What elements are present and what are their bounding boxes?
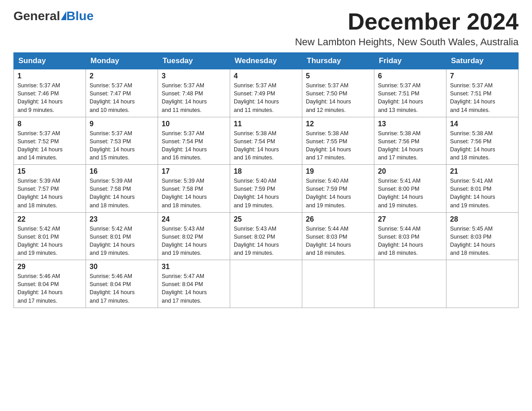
table-row: 8 Sunrise: 5:37 AM Sunset: 7:52 PM Dayli… (14, 117, 86, 165)
table-row: 10 Sunrise: 5:37 AM Sunset: 7:54 PM Dayl… (158, 117, 230, 165)
header-thursday: Thursday (302, 53, 374, 69)
table-row (230, 260, 302, 308)
table-row: 2 Sunrise: 5:37 AM Sunset: 7:47 PM Dayli… (86, 69, 158, 117)
table-row (302, 260, 374, 308)
page-header: General Blue December 2024 New Lambton H… (13, 9, 519, 48)
day-number: 15 (17, 167, 82, 176)
day-info: Sunrise: 5:37 AM Sunset: 7:54 PM Dayligh… (162, 129, 226, 162)
logo: General Blue (13, 9, 94, 23)
header-wednesday: Wednesday (230, 53, 302, 69)
day-number: 21 (450, 167, 515, 176)
header-sunday: Sunday (14, 53, 86, 69)
day-info: Sunrise: 5:37 AM Sunset: 7:53 PM Dayligh… (90, 129, 154, 162)
day-info: Sunrise: 5:43 AM Sunset: 8:02 PM Dayligh… (162, 225, 226, 257)
table-row: 6 Sunrise: 5:37 AM Sunset: 7:51 PM Dayli… (374, 69, 446, 117)
title-block: December 2024 New Lambton Heights, New S… (295, 9, 519, 48)
table-row (374, 260, 446, 308)
table-row: 7 Sunrise: 5:37 AM Sunset: 7:51 PM Dayli… (446, 69, 519, 117)
table-row: 14 Sunrise: 5:38 AM Sunset: 7:56 PM Dayl… (446, 117, 519, 165)
calendar-week-row: 29 Sunrise: 5:46 AM Sunset: 8:04 PM Dayl… (14, 260, 519, 308)
table-row: 1 Sunrise: 5:37 AM Sunset: 7:46 PM Dayli… (14, 69, 86, 117)
table-row: 22 Sunrise: 5:42 AM Sunset: 8:01 PM Dayl… (14, 212, 86, 260)
day-info: Sunrise: 5:40 AM Sunset: 7:59 PM Dayligh… (234, 177, 298, 210)
day-number: 13 (378, 120, 442, 128)
day-number: 12 (306, 120, 370, 128)
calendar-week-row: 8 Sunrise: 5:37 AM Sunset: 7:52 PM Dayli… (14, 117, 519, 165)
day-number: 5 (306, 72, 370, 80)
table-row: 29 Sunrise: 5:46 AM Sunset: 8:04 PM Dayl… (14, 260, 86, 308)
day-number: 9 (90, 120, 154, 128)
day-number: 18 (234, 167, 298, 176)
table-row: 4 Sunrise: 5:37 AM Sunset: 7:49 PM Dayli… (230, 69, 302, 117)
day-info: Sunrise: 5:37 AM Sunset: 7:50 PM Dayligh… (306, 81, 370, 114)
table-row: 9 Sunrise: 5:37 AM Sunset: 7:53 PM Dayli… (86, 117, 158, 165)
calendar-week-row: 22 Sunrise: 5:42 AM Sunset: 8:01 PM Dayl… (14, 212, 519, 260)
day-number: 22 (17, 215, 82, 223)
table-row: 31 Sunrise: 5:47 AM Sunset: 8:04 PM Dayl… (158, 260, 230, 308)
table-row: 17 Sunrise: 5:39 AM Sunset: 7:58 PM Dayl… (158, 165, 230, 213)
day-number: 16 (90, 167, 154, 176)
header-friday: Friday (374, 53, 446, 69)
day-number: 27 (378, 215, 442, 223)
day-info: Sunrise: 5:38 AM Sunset: 7:56 PM Dayligh… (378, 129, 442, 162)
day-info: Sunrise: 5:44 AM Sunset: 8:03 PM Dayligh… (378, 225, 442, 257)
day-number: 20 (378, 167, 442, 176)
day-info: Sunrise: 5:37 AM Sunset: 7:51 PM Dayligh… (450, 81, 515, 114)
table-row: 25 Sunrise: 5:43 AM Sunset: 8:02 PM Dayl… (230, 212, 302, 260)
day-info: Sunrise: 5:41 AM Sunset: 8:00 PM Dayligh… (378, 177, 442, 210)
day-number: 6 (378, 72, 442, 80)
table-row: 21 Sunrise: 5:41 AM Sunset: 8:01 PM Dayl… (446, 165, 519, 213)
day-number: 19 (306, 167, 370, 176)
day-info: Sunrise: 5:46 AM Sunset: 8:04 PM Dayligh… (90, 272, 154, 305)
day-number: 7 (450, 72, 515, 80)
calendar-table: Sunday Monday Tuesday Wednesday Thursday… (13, 52, 519, 308)
day-number: 1 (17, 72, 82, 80)
logo-blue-text: Blue (66, 9, 94, 23)
table-row (446, 260, 519, 308)
table-row: 24 Sunrise: 5:43 AM Sunset: 8:02 PM Dayl… (158, 212, 230, 260)
table-row: 20 Sunrise: 5:41 AM Sunset: 8:00 PM Dayl… (374, 165, 446, 213)
table-row: 12 Sunrise: 5:38 AM Sunset: 7:55 PM Dayl… (302, 117, 374, 165)
logo-blue-part: Blue (60, 9, 94, 23)
day-info: Sunrise: 5:37 AM Sunset: 7:52 PM Dayligh… (17, 129, 82, 162)
table-row: 28 Sunrise: 5:45 AM Sunset: 8:03 PM Dayl… (446, 212, 519, 260)
day-info: Sunrise: 5:38 AM Sunset: 7:56 PM Dayligh… (450, 129, 515, 162)
day-number: 17 (162, 167, 226, 176)
table-row: 30 Sunrise: 5:46 AM Sunset: 8:04 PM Dayl… (86, 260, 158, 308)
day-number: 30 (90, 263, 154, 271)
day-info: Sunrise: 5:46 AM Sunset: 8:04 PM Dayligh… (17, 272, 82, 305)
day-info: Sunrise: 5:42 AM Sunset: 8:01 PM Dayligh… (90, 225, 154, 257)
day-number: 14 (450, 120, 515, 128)
logo-general-text: General (13, 9, 60, 23)
table-row: 23 Sunrise: 5:42 AM Sunset: 8:01 PM Dayl… (86, 212, 158, 260)
table-row: 18 Sunrise: 5:40 AM Sunset: 7:59 PM Dayl… (230, 165, 302, 213)
day-number: 10 (162, 120, 226, 128)
day-info: Sunrise: 5:37 AM Sunset: 7:48 PM Dayligh… (162, 81, 226, 114)
table-row: 5 Sunrise: 5:37 AM Sunset: 7:50 PM Dayli… (302, 69, 374, 117)
day-info: Sunrise: 5:37 AM Sunset: 7:51 PM Dayligh… (378, 81, 442, 114)
day-info: Sunrise: 5:42 AM Sunset: 8:01 PM Dayligh… (17, 225, 82, 257)
calendar-week-row: 1 Sunrise: 5:37 AM Sunset: 7:46 PM Dayli… (14, 69, 519, 117)
day-number: 4 (234, 72, 298, 80)
day-number: 26 (306, 215, 370, 223)
day-info: Sunrise: 5:45 AM Sunset: 8:03 PM Dayligh… (450, 225, 515, 257)
logo-triangle-icon (61, 11, 66, 20)
day-info: Sunrise: 5:39 AM Sunset: 7:58 PM Dayligh… (162, 177, 226, 210)
calendar-header-row: Sunday Monday Tuesday Wednesday Thursday… (14, 53, 519, 69)
day-number: 31 (162, 263, 226, 271)
day-info: Sunrise: 5:47 AM Sunset: 8:04 PM Dayligh… (162, 272, 226, 305)
day-info: Sunrise: 5:37 AM Sunset: 7:46 PM Dayligh… (17, 81, 82, 114)
table-row: 11 Sunrise: 5:38 AM Sunset: 7:54 PM Dayl… (230, 117, 302, 165)
table-row: 13 Sunrise: 5:38 AM Sunset: 7:56 PM Dayl… (374, 117, 446, 165)
table-row: 16 Sunrise: 5:39 AM Sunset: 7:58 PM Dayl… (86, 165, 158, 213)
header-monday: Monday (86, 53, 158, 69)
day-number: 8 (17, 120, 82, 128)
table-row: 15 Sunrise: 5:39 AM Sunset: 7:57 PM Dayl… (14, 165, 86, 213)
day-number: 24 (162, 215, 226, 223)
day-info: Sunrise: 5:37 AM Sunset: 7:47 PM Dayligh… (90, 81, 154, 114)
day-number: 3 (162, 72, 226, 80)
day-info: Sunrise: 5:39 AM Sunset: 7:58 PM Dayligh… (90, 177, 154, 210)
table-row: 27 Sunrise: 5:44 AM Sunset: 8:03 PM Dayl… (374, 212, 446, 260)
header-saturday: Saturday (446, 53, 519, 69)
location-title: New Lambton Heights, New South Wales, Au… (295, 36, 519, 48)
